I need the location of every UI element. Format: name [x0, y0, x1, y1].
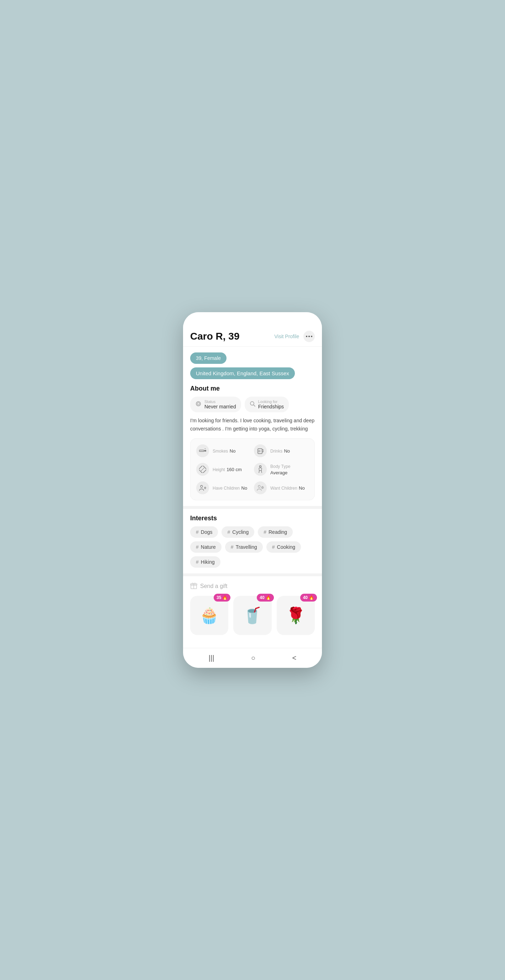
svg-point-3 — [196, 402, 200, 406]
svg-point-2 — [311, 336, 312, 337]
gift-rose[interactable]: 🌹 40 🔥 — [277, 596, 315, 635]
detail-body-type: Body Type Average — [254, 463, 309, 476]
header-actions: Visit Profile — [274, 331, 315, 342]
status-text: Status Never married — [205, 399, 236, 409]
nav-home-icon[interactable]: ○ — [244, 651, 262, 665]
interests-section: Interests # Dogs # Cycling # Reading # N… — [183, 509, 322, 573]
gift-cupcake[interactable]: 🧁 35 🔥 — [190, 596, 228, 635]
gifts-row: 🧁 35 🔥 🥤 40 🔥 🌹 — [190, 596, 315, 635]
nav-bar: ||| ○ < — [183, 648, 322, 668]
interests-tags: # Dogs # Cycling # Reading # Nature # — [190, 527, 315, 568]
bio-text: I'm looking for friends. I love cooking,… — [190, 417, 315, 433]
visit-profile-button[interactable]: Visit Profile — [274, 334, 299, 339]
tag-travelling: # Travelling — [225, 541, 263, 553]
phone-frame: Caro R, 39 Visit Profile 39, Female Unit… — [183, 312, 322, 668]
looking-for-pill: Looking for Friendships — [245, 397, 289, 412]
flame-icon-3: 🔥 — [309, 595, 314, 600]
flame-icon-1: 🔥 — [222, 595, 227, 600]
svg-line-14 — [201, 470, 202, 471]
detail-drinks: Drinks No — [254, 444, 309, 457]
beer-icon — [254, 444, 267, 457]
drinks-text: Drinks No — [270, 448, 290, 454]
gifts-header: Send a gift — [190, 582, 315, 591]
svg-point-21 — [258, 485, 260, 487]
location-badge: United Kingdom, England, East Sussex — [190, 368, 295, 379]
tag-hiking: # Hiking — [190, 556, 221, 568]
detail-height: Height 160 cm — [196, 463, 251, 476]
want-children-text: Want Children No — [270, 485, 305, 491]
height-text: Height 160 cm — [213, 466, 242, 473]
app-header: Caro R, 39 Visit Profile — [183, 328, 322, 347]
detail-have-children: Have Children No — [196, 482, 251, 494]
svg-point-0 — [306, 336, 307, 337]
svg-line-18 — [259, 471, 259, 473]
detail-smokes: Smokes No — [196, 444, 251, 457]
have-children-text: Have Children No — [213, 485, 247, 491]
nav-menu-icon[interactable]: ||| — [202, 651, 222, 665]
detail-want-children: Want Children No — [254, 482, 309, 494]
tag-reading: # Reading — [258, 527, 293, 538]
flame-icon-2: 🔥 — [266, 595, 271, 600]
divider-1 — [183, 506, 322, 509]
divider-2 — [183, 573, 322, 576]
svg-line-15 — [202, 469, 203, 470]
looking-for-label: Looking for — [258, 399, 284, 404]
scroll-content: 39, Female United Kingdom, England, East… — [183, 347, 322, 648]
tag-cooking: # Cooking — [267, 541, 301, 553]
tag-dogs: # Dogs — [190, 527, 218, 538]
profile-name: Caro R, 39 — [190, 331, 274, 342]
interests-label: Interests — [190, 515, 315, 522]
smokes-text: Smokes No — [213, 448, 235, 454]
svg-point-17 — [260, 465, 261, 467]
svg-line-16 — [203, 468, 204, 469]
phone-notch — [229, 312, 276, 322]
body-type-text: Body Type Average — [270, 463, 309, 476]
gift-icon — [190, 582, 197, 591]
svg-rect-7 — [199, 450, 204, 452]
want-children-icon — [254, 482, 267, 494]
have-children-icon — [196, 482, 209, 494]
badge-row: 39, Female United Kingdom, England, East… — [190, 352, 315, 379]
gifts-label: Send a gift — [200, 583, 227, 589]
ring-icon — [195, 401, 202, 408]
tag-cycling: # Cycling — [222, 527, 254, 538]
about-me-label: About me — [190, 385, 315, 392]
looking-for-value: Friendships — [258, 404, 284, 409]
svg-rect-10 — [262, 450, 264, 452]
age-gender-badge: 39, Female — [190, 352, 227, 364]
svg-rect-8 — [205, 450, 206, 452]
looking-for-text: Looking for Friendships — [258, 399, 284, 409]
nav-back-icon[interactable]: < — [285, 651, 304, 665]
smoke-icon — [196, 444, 209, 457]
svg-line-6 — [254, 405, 255, 406]
svg-point-1 — [308, 336, 310, 337]
status-value: Never married — [205, 404, 236, 409]
person-icon — [254, 463, 267, 476]
gifts-section: Send a gift 🧁 35 🔥 🥤 40 🔥 — [183, 576, 322, 641]
profile-section: 39, Female United Kingdom, England, East… — [183, 347, 322, 506]
menu-icon[interactable] — [303, 331, 315, 342]
tag-nature: # Nature — [190, 541, 222, 553]
svg-point-20 — [200, 485, 203, 487]
gift-cost-2: 40 🔥 — [257, 594, 273, 601]
details-card: Smokes No — [190, 438, 315, 500]
details-grid: Smokes No — [196, 444, 309, 494]
search-icon — [250, 401, 255, 408]
svg-point-4 — [197, 403, 199, 405]
status-row: Status Never married Looking for Friends… — [190, 397, 315, 412]
status-label: Status — [205, 399, 236, 404]
gift-cost-1: 35 🔥 — [214, 594, 230, 601]
gift-drink[interactable]: 🥤 40 🔥 — [233, 596, 272, 635]
gift-cost-3: 40 🔥 — [300, 594, 317, 601]
status-pill: Status Never married — [190, 397, 241, 412]
ruler-icon — [196, 463, 209, 476]
svg-line-19 — [261, 471, 262, 473]
